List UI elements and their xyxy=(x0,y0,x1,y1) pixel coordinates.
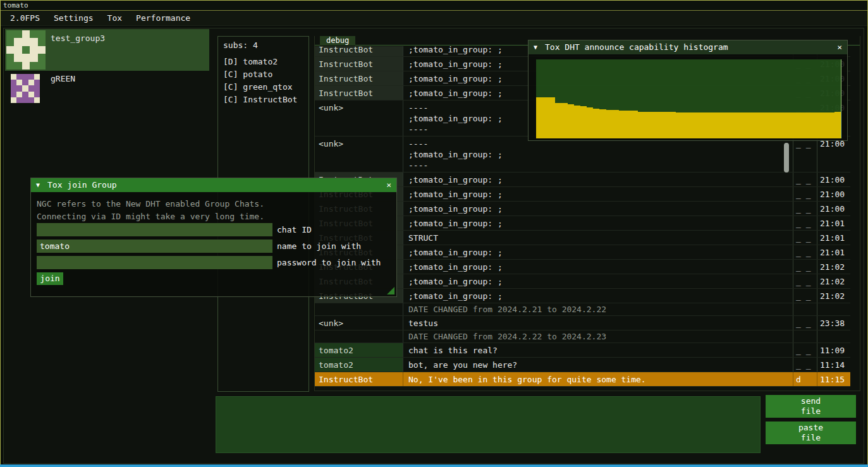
send-file-button[interactable]: send file xyxy=(766,395,856,418)
subs-list-item[interactable]: [C] InstructBot xyxy=(218,94,309,106)
chat-message-row[interactable]: InstructBotNo, I've been in this group f… xyxy=(315,372,850,387)
histogram-bar xyxy=(580,106,587,138)
resize-grip[interactable] xyxy=(387,287,394,294)
close-icon[interactable]: × xyxy=(386,178,391,192)
menu-tox[interactable]: Tox xyxy=(101,11,129,26)
collapse-icon[interactable]: ▼ xyxy=(36,178,40,192)
collapse-icon[interactable]: ▼ xyxy=(534,40,537,54)
delivery-status: _ _ xyxy=(793,202,817,215)
subs-list: [D] tomato2[C] potato[C] green_qtox[C] I… xyxy=(218,56,309,106)
sender-name: <unk> xyxy=(315,316,403,330)
join-password-input[interactable] xyxy=(37,256,272,269)
join-password-field-row: password to join with xyxy=(37,256,381,269)
timestamp: 11:14 xyxy=(817,358,850,372)
paste-file-button[interactable]: paste file xyxy=(766,422,856,444)
subs-list-item[interactable]: [C] potato xyxy=(218,68,309,81)
contact-name: test_group3 xyxy=(51,33,105,43)
delivery-status: _ _ xyxy=(793,136,817,172)
message-text: bot, are you new here? xyxy=(403,358,793,372)
sender-name-cell xyxy=(315,303,403,315)
message-text: testus xyxy=(403,316,793,330)
sender-name: InstructBot xyxy=(315,86,403,100)
paste-file-label-line2: file xyxy=(801,433,821,443)
menu-performance[interactable]: Performance xyxy=(129,11,197,26)
histogram-bar xyxy=(759,112,765,138)
message-input[interactable] xyxy=(216,396,761,453)
timestamp: 21:00 xyxy=(817,202,850,215)
subs-list-item[interactable]: [D] tomato2 xyxy=(218,56,309,68)
histogram-bar xyxy=(809,112,816,138)
chat-message-row[interactable]: <unk>----;tomato_in_group: ;----_ _21:00 xyxy=(315,136,850,173)
message-text: ;tomato_in_group: ; xyxy=(403,245,793,259)
message-text: ;tomato_in_group: ; xyxy=(403,274,793,288)
join-group-window-title: Tox join Group xyxy=(47,180,117,190)
join-group-description-line1: NGC refers to the New DHT enabled Group … xyxy=(37,198,396,210)
menu-bar: 2.0FPSSettingsToxPerformance xyxy=(1,11,867,26)
tab-debug[interactable]: debug xyxy=(320,36,355,45)
histogram-bar xyxy=(613,110,619,138)
chat-message-row[interactable]: tomato2chat is this real?_ _11:09 xyxy=(315,343,850,358)
join-button[interactable]: join xyxy=(37,272,63,285)
timestamp: 21:01 xyxy=(817,216,850,230)
dht-histogram-window-titlebar[interactable]: ▼ Tox DHT announce capability histogram … xyxy=(529,40,847,54)
join-group-description-line2: Connecting via ID might take a very long… xyxy=(37,210,396,223)
menu-settings[interactable]: Settings xyxy=(47,11,101,26)
histogram-bar xyxy=(663,112,669,139)
join-name-input[interactable]: tomato xyxy=(37,240,272,253)
timestamp: 11:09 xyxy=(817,343,850,357)
send-file-label-line2: file xyxy=(801,406,821,416)
histogram-bar xyxy=(707,112,714,138)
chat-message-row[interactable]: tomato2bot, are you new here?_ _11:14 xyxy=(315,358,850,372)
date-changed-text: DATE CHANGED from 2024.2.21 to 2024.2.22 xyxy=(403,303,793,315)
histogram-bar xyxy=(574,106,580,139)
histogram-bar xyxy=(797,112,803,138)
histogram-bar xyxy=(555,103,561,138)
date-separator-row: DATE CHANGED from 2024.2.22 to 2024.2.23 xyxy=(315,331,850,343)
timestamp: 21:02 xyxy=(817,260,850,274)
chat-id-input[interactable] xyxy=(37,223,272,236)
chat-id-field-row: chat ID xyxy=(37,223,312,236)
histogram-bar xyxy=(676,112,682,138)
date-changed-text: DATE CHANGED from 2024.2.22 to 2024.2.23 xyxy=(403,331,793,343)
contact-test_group3[interactable]: test_group3 xyxy=(5,29,209,71)
subs-list-item[interactable]: [C] green_qtox xyxy=(218,81,309,94)
fps-indicator: 2.0FPS xyxy=(3,11,47,26)
histogram-bar xyxy=(561,103,568,138)
message-text: ;tomato_in_group: ; xyxy=(403,260,793,274)
chat-message-row[interactable]: <unk>testus_ _23:38 xyxy=(315,316,850,331)
delivery-status-cell xyxy=(793,331,817,343)
join-group-window-titlebar[interactable]: ▼ Tox join Group × xyxy=(31,178,396,192)
histogram-bar xyxy=(542,97,549,138)
timestamp: 21:02 xyxy=(817,274,850,288)
sender-name: tomato2 xyxy=(315,343,403,357)
delivery-status: _ _ xyxy=(793,216,817,230)
histogram-bar xyxy=(765,112,771,138)
histogram-bar xyxy=(632,111,638,138)
histogram-bar xyxy=(599,109,606,138)
histogram-bar xyxy=(790,112,797,138)
delivery-status: _ _ xyxy=(793,245,817,259)
send-file-label-line1: send xyxy=(801,396,821,406)
histogram-bar xyxy=(714,112,720,138)
histogram-bar xyxy=(536,97,542,138)
histogram-bar xyxy=(816,112,822,138)
histogram-bar xyxy=(834,112,841,139)
close-icon[interactable]: × xyxy=(837,40,842,54)
histogram-bar xyxy=(784,112,790,138)
delivery-status: _ _ xyxy=(793,358,817,372)
contact-gREEN[interactable]: gREEN xyxy=(5,72,209,107)
sender-name: InstructBot xyxy=(315,372,403,386)
paste-file-label-line1: paste xyxy=(798,423,823,433)
histogram-bar xyxy=(771,112,778,138)
chat-scrollbar[interactable] xyxy=(784,143,789,173)
timestamp: 21:00 xyxy=(817,187,850,201)
timestamp: 21:02 xyxy=(817,289,850,303)
timestamp: 23:38 xyxy=(817,316,850,330)
dht-histogram-window: ▼ Tox DHT announce capability histogram … xyxy=(528,40,848,141)
delivery-status: _ _ xyxy=(793,289,817,303)
sender-name: tomato2 xyxy=(315,358,403,372)
timestamp: 21:00 xyxy=(817,173,850,186)
message-text: ;tomato_in_group: ; xyxy=(403,216,793,230)
delivery-status: _ _ xyxy=(793,274,817,288)
sender-name: <unk> xyxy=(315,100,403,136)
